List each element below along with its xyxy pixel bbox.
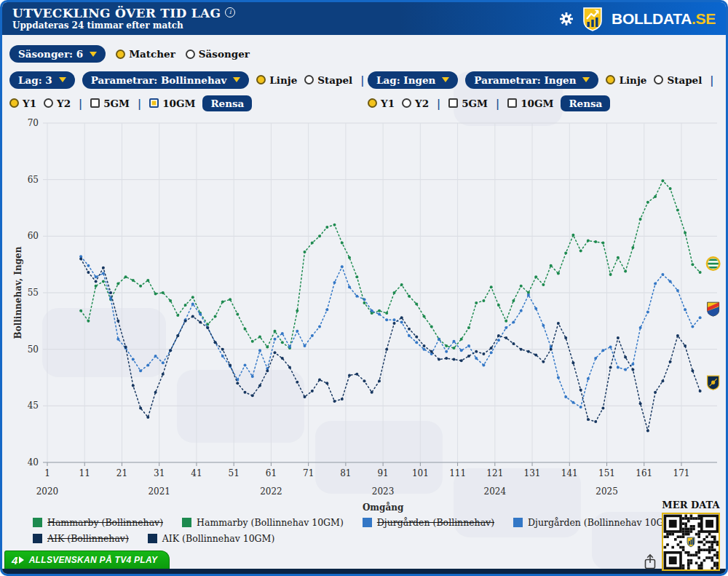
x-tick-label: 11 xyxy=(79,468,90,478)
season-label: 2021 xyxy=(148,486,170,497)
x-tick-label: 81 xyxy=(340,468,351,478)
season-label: 2025 xyxy=(596,486,618,497)
tv4-play-button[interactable]: 4 ALLSVENSKAN PÅ TV4 PLAY xyxy=(4,551,170,569)
legend-item-0[interactable]: Hammarby (Bollinnehav) xyxy=(33,517,163,528)
chevron-down-icon xyxy=(90,52,97,57)
gear-icon[interactable] xyxy=(559,12,574,26)
rensa-button[interactable]: Rensa xyxy=(202,95,252,111)
y-tick-label: 45 xyxy=(28,401,39,411)
tv4-logo-icon: 4 xyxy=(12,554,24,567)
x-tick-label: 151 xyxy=(598,468,615,478)
legend-label: Hammarby (Bollinnehav 10GM) xyxy=(197,517,344,528)
y-axis-title: Bollinnehav, Ingen xyxy=(13,246,23,339)
parametrar-dropdown[interactable]: Parametrar: Bollinnehav xyxy=(82,71,250,89)
y-tick-label: 65 xyxy=(28,175,39,185)
legend-item-5[interactable]: AIK (Bollinnehav 10GM) xyxy=(148,533,274,544)
legend-swatch xyxy=(182,518,191,527)
x-tick-label: 141 xyxy=(561,468,578,478)
y-tick-label: 50 xyxy=(28,344,39,355)
page-title: UTVECKLING ÖVER TID LAG xyxy=(12,7,221,20)
x-tick-label: 31 xyxy=(154,468,165,478)
hammarby-badge-icon xyxy=(706,256,721,271)
parametrar-dropdown[interactable]: Parametrar: Ingen xyxy=(465,71,598,89)
x-tick-label: 91 xyxy=(377,468,388,478)
radio-y2[interactable]: Y2 xyxy=(402,98,429,109)
x-tick-label: 51 xyxy=(229,468,240,478)
legend-label: Hammarby (Bollinnehav) xyxy=(47,517,163,528)
gridlines: 4045505560657011121314151617181911011111… xyxy=(28,118,717,478)
x-tick-label: 131 xyxy=(524,468,541,478)
legend-swatch xyxy=(33,534,42,543)
radio-stapel[interactable]: Stapel xyxy=(304,74,352,86)
separator: | xyxy=(137,98,142,109)
chevron-down-icon xyxy=(59,77,66,82)
radio-y1[interactable]: Y1 xyxy=(368,98,395,109)
separator: | xyxy=(78,98,83,109)
legend-label: Djurgården (Bollinnehav 10GM) xyxy=(528,517,676,528)
app-card: 4045505560657011121314151617181911011111… xyxy=(0,0,728,576)
radio-y2[interactable]: Y2 xyxy=(44,98,71,109)
x-tick-label: 161 xyxy=(636,468,652,478)
radio-y1[interactable]: Y1 xyxy=(9,98,36,109)
header: UTVECKLING ÖVER TID LAG i Uppdateras 24 … xyxy=(2,2,726,35)
chevron-down-icon xyxy=(442,77,449,82)
rensa-button[interactable]: Rensa xyxy=(561,95,610,111)
x-tick-label: 1 xyxy=(44,468,50,478)
brand-logo-text[interactable]: BOLLDATA.SE xyxy=(612,10,716,28)
y-tick-label: 60 xyxy=(28,231,39,241)
season-label: 2023 xyxy=(372,486,395,497)
legend-swatch xyxy=(148,534,157,543)
qr-code xyxy=(662,513,720,571)
radio-stapel[interactable]: Stapel xyxy=(654,74,702,86)
header-titles: UTVECKLING ÖVER TID LAG i Uppdateras 24 … xyxy=(12,7,235,31)
bolldata-logo-shield-icon xyxy=(582,7,603,31)
mer-data-block: MER DATA xyxy=(660,500,722,574)
separator: | xyxy=(436,98,441,109)
chevron-down-icon xyxy=(233,77,240,82)
y-tick-label: 40 xyxy=(28,457,39,467)
x-tick-label: 71 xyxy=(303,468,314,478)
x-tick-label: 121 xyxy=(486,468,503,478)
season-label: 2020 xyxy=(36,486,59,497)
qr-center-logo-icon xyxy=(687,537,695,547)
x-tick-label: 111 xyxy=(449,468,466,478)
x-tick-label: 21 xyxy=(116,468,127,478)
radio-matcher[interactable]: Matcher xyxy=(116,48,175,60)
legend-swatch xyxy=(513,518,523,527)
legend-item-2[interactable]: Djurgården (Bollinnehav) xyxy=(363,517,494,528)
series-djurgarden-10gm xyxy=(79,255,719,409)
y-tick-label: 70 xyxy=(28,118,39,128)
info-icon[interactable]: i xyxy=(225,7,235,17)
header-subtitle: Uppdateras 24 timmar efter match xyxy=(12,20,235,31)
separator: | xyxy=(360,74,365,86)
panel-right: Lag: Ingen Parametrar: Ingen Linje Stape… xyxy=(368,70,714,117)
share-icon[interactable] xyxy=(643,553,657,570)
radio-dot xyxy=(116,50,125,59)
x-tick-label: 101 xyxy=(412,468,429,478)
footer-strip xyxy=(2,569,726,574)
lag-dropdown[interactable]: Lag: Ingen xyxy=(368,71,458,89)
legend-label: AIK (Bollinnehav 10GM) xyxy=(162,533,274,544)
radio-dot xyxy=(186,50,195,59)
aik-badge-icon xyxy=(708,376,719,390)
legend-item-4[interactable]: AIK (Bollinnehav) xyxy=(33,533,129,544)
checkbox-10gm[interactable]: 10GM xyxy=(149,98,195,109)
x-tick-label: 61 xyxy=(266,468,277,478)
checkbox-5gm[interactable]: 5GM xyxy=(90,98,130,109)
season-label: 2024 xyxy=(484,486,507,497)
play-icon xyxy=(19,556,24,564)
djurgarden-badge-icon xyxy=(708,302,719,316)
radio-linje[interactable]: Linje xyxy=(256,74,297,86)
legend-item-1[interactable]: Hammarby (Bollinnehav 10GM) xyxy=(182,517,344,528)
lag-dropdown[interactable]: Lag: 3 xyxy=(9,71,75,89)
checkbox-5gm[interactable]: 5GM xyxy=(448,98,488,109)
checkbox-10gm[interactable]: 10GM xyxy=(507,98,553,109)
radio-sasonger[interactable]: Säsonger xyxy=(186,48,250,60)
seasons-dropdown[interactable]: Säsonger: 6 xyxy=(9,45,106,63)
radio-linje[interactable]: Linje xyxy=(606,74,646,86)
chart-legend: Hammarby (Bollinnehav)Hammarby (Bollinne… xyxy=(33,517,695,544)
legend-item-3[interactable]: Djurgården (Bollinnehav 10GM) xyxy=(513,517,676,528)
legend-swatch xyxy=(363,518,372,527)
top-controls: Säsonger: 6 Matcher Säsonger xyxy=(9,45,250,63)
x-tick-label: 41 xyxy=(191,468,202,478)
